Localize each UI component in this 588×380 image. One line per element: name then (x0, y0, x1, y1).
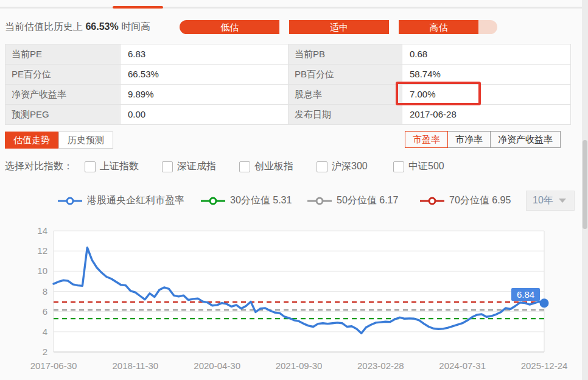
valuation-band-overvalued: 高估 (399, 20, 478, 34)
valuation-band-undervalued: 低估 (180, 20, 279, 34)
valuation-summary-text: 当前估值比历史上 66.53% 时间高 (5, 19, 150, 35)
legend-marker-icon (201, 197, 225, 205)
legend-item-1: 30分位值 5.31 (201, 194, 292, 207)
svg-text:6: 6 (43, 306, 47, 317)
metric-button-1[interactable]: 市净率 (447, 131, 491, 148)
legend-label-3: 70分位值 6.95 (449, 194, 511, 207)
top-active-tab-indicator (113, 6, 163, 9)
svg-text:4: 4 (43, 326, 47, 337)
banner-prefix: 当前估值比历史上 (5, 21, 83, 32)
stat-label-0-1: 当前PB (289, 44, 402, 64)
legend-item-3: 70分位值 6.95 (420, 194, 511, 207)
valuation-band-remainder (478, 20, 497, 34)
valuation-page: 当前估值比历史上 66.53% 时间高 低估 适中 高估 当前PE6.83当前P… (0, 0, 588, 380)
scrollbar-track[interactable] (582, 0, 588, 380)
metric-button-0[interactable]: 市盈率 (405, 131, 448, 148)
banner-suffix: 时间高 (121, 21, 150, 32)
legend-marker-icon (307, 197, 332, 205)
valuation-stats-table: 当前PE6.83当前PB0.68PE百分位66.53%PB百分位58.74%净资… (5, 44, 571, 125)
checkbox-3[interactable] (317, 161, 327, 172)
legend-label-2: 50分位值 6.17 (337, 194, 398, 207)
latest-value-label: 6.84 (517, 289, 534, 300)
checkbox-0[interactable] (85, 161, 96, 172)
stat-value-2-1: 7.00% (402, 85, 570, 104)
stat-label-2-0: 净资产收益率 (5, 85, 120, 104)
chevron-down-icon (559, 199, 566, 203)
compare-option-1[interactable]: 深证成指 (162, 160, 216, 173)
valuation-trend-chart: 24681012142017-06-302018-11-302020-04-30… (0, 225, 588, 380)
stat-label-1-1: PB百分位 (289, 65, 402, 84)
metric-toggle-group: 市盈率市净率净资产收益率 (405, 131, 561, 148)
tab-valuation-trend[interactable]: 估值走势 (5, 132, 58, 149)
stat-value-3-1: 2017-06-28 (402, 105, 570, 124)
stat-label-1-0: PE百分位 (5, 65, 120, 84)
compare-option-4[interactable]: 中证500 (393, 160, 444, 173)
checkbox-1[interactable] (162, 161, 173, 172)
stat-value-3-0: 0.00 (121, 105, 288, 124)
legend-item-2: 50分位值 6.17 (307, 194, 398, 207)
svg-text:14: 14 (37, 225, 47, 236)
svg-text:12: 12 (37, 245, 47, 256)
svg-text:10: 10 (37, 266, 47, 276)
checkbox-4[interactable] (393, 161, 404, 172)
banner-percentile-value: 66.53% (85, 21, 118, 32)
svg-text:8: 8 (43, 286, 47, 297)
stat-label-3-0: 预测PEG (5, 105, 120, 124)
range-dropdown[interactable]: 10年 (526, 191, 575, 211)
compare-option-label-3: 沪深300 (332, 160, 368, 173)
legend-item-0: 港股通央企红利市盈率 (58, 194, 184, 207)
compare-option-3[interactable]: 沪深300 (317, 160, 368, 173)
metric-button-2[interactable]: 净资产收益率 (490, 131, 561, 148)
compare-option-label-1: 深证成指 (177, 160, 216, 173)
valuation-band-moderate: 适中 (289, 20, 389, 34)
svg-text:2021-09-30: 2021-09-30 (276, 361, 323, 371)
compare-option-2[interactable]: 创业板指 (239, 160, 293, 173)
legend-marker-icon (420, 197, 444, 205)
stat-value-2-0: 9.89% (121, 85, 288, 104)
tab-history-forecast[interactable]: 历史预测 (58, 132, 113, 149)
compare-index-label: 选择对比指数： (5, 160, 73, 173)
svg-text:2024-07-31: 2024-07-31 (439, 361, 486, 371)
compare-option-label-0: 上证指数 (100, 160, 139, 173)
stat-value-1-1: 58.74% (402, 65, 570, 84)
stat-value-0-1: 0.68 (402, 44, 570, 64)
compare-option-0[interactable]: 上证指数 (85, 160, 139, 173)
scrollbar-thumb[interactable] (583, 140, 587, 229)
stat-label-3-1: 发布日期 (289, 105, 402, 124)
svg-text:2020-04-30: 2020-04-30 (194, 361, 240, 371)
compare-option-label-4: 中证500 (408, 160, 444, 173)
svg-text:2018-11-30: 2018-11-30 (113, 361, 159, 371)
svg-text:2: 2 (43, 347, 47, 357)
svg-text:2023-02-28: 2023-02-28 (357, 361, 404, 371)
svg-text:2017-06-30: 2017-06-30 (30, 361, 77, 371)
view-tabs: 估值走势历史预测 (5, 132, 113, 149)
stat-value-0-0: 6.83 (121, 44, 288, 64)
legend-marker-icon (58, 197, 82, 205)
compare-option-label-2: 创业板指 (254, 160, 293, 173)
range-dropdown-value: 10年 (533, 194, 553, 207)
legend-label-0: 港股通央企红利市盈率 (87, 194, 184, 207)
stat-label-2-1: 股息率 (289, 85, 402, 104)
svg-text:2025-12-24: 2025-12-24 (521, 361, 568, 371)
checkbox-2[interactable] (239, 161, 250, 172)
top-tab-underline-track (0, 7, 588, 9)
stat-value-1-0: 66.53% (121, 65, 288, 84)
legend-label-1: 30分位值 5.31 (230, 194, 292, 207)
stat-label-0-0: 当前PE (5, 44, 120, 64)
